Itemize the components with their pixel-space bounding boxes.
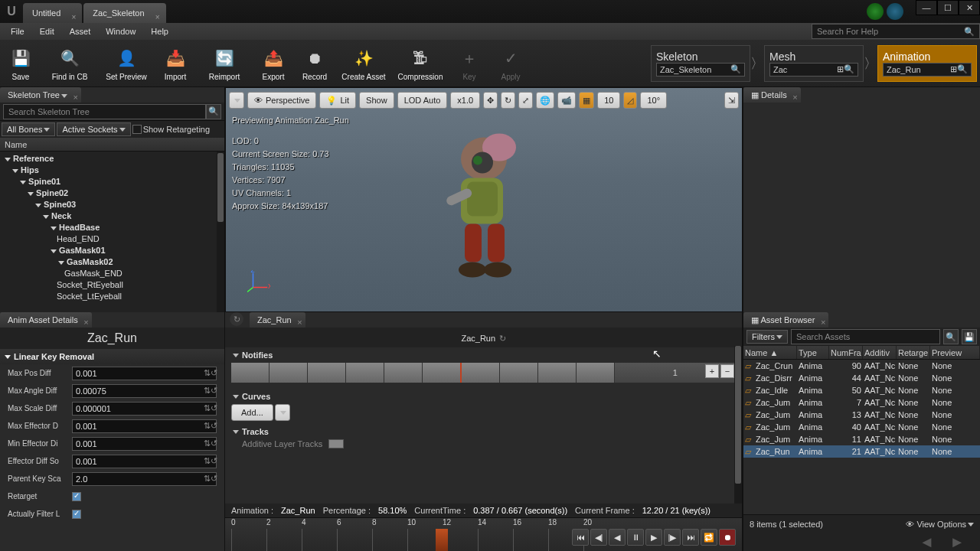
asset-search-input[interactable]: Search Assets: [791, 329, 940, 344]
tool-import[interactable]: 📥Import: [155, 41, 196, 86]
playhead[interactable]: [436, 529, 448, 551]
close-icon[interactable]: ×: [83, 315, 88, 330]
perspective-button[interactable]: 👁 Perspective: [247, 92, 316, 109]
bone-item[interactable]: Hips: [0, 165, 224, 176]
tab-animation[interactable]: Zac_Run×: [250, 312, 305, 328]
bone-item[interactable]: GasMask02: [0, 256, 224, 268]
skeleton-search-input[interactable]: Search Skeleton Tree: [3, 104, 206, 119]
timeline-ruler[interactable]: 02468101214161820 ⏮ ◀| ◀ ⏸ ▶ |▶ ⏭ 🔁 ⏺: [225, 517, 742, 551]
close-icon[interactable]: ×: [71, 8, 76, 28]
step-back-button[interactable]: ◀|: [590, 529, 607, 546]
to-start-button[interactable]: ⏮: [572, 529, 589, 546]
property-input[interactable]: 0.001⇅↺: [72, 367, 217, 380]
bone-item[interactable]: Spine02: [0, 187, 224, 199]
bone-item[interactable]: Reference: [0, 153, 224, 165]
viewport-expand-icon[interactable]: ⇲: [724, 92, 739, 109]
playback-speed[interactable]: x1.0: [450, 92, 480, 109]
viewport[interactable]: 👁 Perspective 💡 Lit Show LOD Auto x1.0 ✥…: [225, 87, 743, 312]
tool-apply[interactable]: ✓Apply: [490, 41, 531, 86]
asset-row[interactable]: ▱Zac_RunAnima21AAT_NcNoneNone: [743, 445, 980, 458]
asset-row[interactable]: ▱Zac_JumAnima40AAT_NcNoneNone: [743, 421, 980, 433]
maximize-button[interactable]: ☐: [937, 0, 959, 15]
tool-key[interactable]: ＋Key: [449, 41, 490, 86]
tab-skeleton-tree[interactable]: Skeleton Tree×: [0, 87, 81, 103]
show-retarget-checkbox[interactable]: [132, 125, 142, 134]
asset-row[interactable]: ▱Zac_JumAnima7AAT_NcNoneNone: [743, 396, 980, 409]
menu-asset[interactable]: Asset: [62, 23, 99, 40]
bone-item[interactable]: Neck: [0, 210, 224, 222]
document-tab-skeleton[interactable]: Zac_Skeleton×: [83, 3, 165, 23]
active-sockets-dropdown[interactable]: Active Sockets: [57, 122, 130, 136]
search-grid-icon[interactable]: ⊞🔍: [950, 64, 968, 74]
view-options-dropdown[interactable]: 👁 View Options: [906, 520, 974, 529]
close-icon[interactable]: ×: [821, 315, 825, 330]
close-icon[interactable]: ×: [792, 90, 797, 105]
property-input[interactable]: 0.000001⇅↺: [72, 402, 217, 416]
tool-compression[interactable]: 🗜Compression: [392, 41, 449, 86]
all-bones-dropdown[interactable]: All Bones: [2, 122, 55, 136]
step-forward-button[interactable]: |▶: [664, 529, 681, 546]
to-end-button[interactable]: ⏭: [682, 529, 699, 546]
spinner-icon[interactable]: ⇅↺: [204, 439, 213, 448]
asset-row[interactable]: ▱Zac_JumAnima11AAT_NcNoneNone: [743, 433, 980, 445]
notify-track[interactable]: 1 + −: [231, 363, 736, 383]
play-button[interactable]: ▶: [645, 529, 662, 546]
spinner-icon[interactable]: ⇅↺: [204, 474, 213, 484]
asset-list-header[interactable]: Name ▲ Type NumFra Additiv Retarge Previ…: [743, 346, 980, 360]
scale-tool-icon[interactable]: ⤢: [518, 92, 533, 109]
asset-list[interactable]: ▱Zac_CrunAnima90AAT_NcNoneNone▱Zac_Disrr…: [743, 360, 980, 514]
spinner-icon[interactable]: ⇅↺: [204, 421, 213, 431]
tool-find-in-cb[interactable]: 🔍Find in CB: [41, 41, 98, 86]
lit-button[interactable]: 💡 Lit: [319, 92, 356, 109]
bone-item[interactable]: GasMask_END: [0, 268, 224, 279]
angle-snap-value[interactable]: 10°: [640, 92, 667, 109]
close-icon[interactable]: ×: [73, 90, 77, 105]
property-input[interactable]: 0.001⇅↺: [72, 419, 217, 433]
grid-snap-value[interactable]: 10: [597, 92, 620, 109]
menu-help[interactable]: Help: [143, 23, 176, 40]
spinner-icon[interactable]: ⇅↺: [204, 368, 213, 378]
save-icon[interactable]: 💾: [962, 329, 977, 344]
viewport-options-dropdown[interactable]: [229, 92, 244, 109]
close-icon[interactable]: ×: [297, 315, 302, 330]
remove-notify-button[interactable]: −: [720, 364, 734, 378]
bone-item[interactable]: Head_END: [0, 233, 224, 245]
menu-file[interactable]: File: [3, 23, 32, 40]
persona-skeleton[interactable]: Skeleton Zac_Skeleton🔍: [651, 45, 750, 82]
property-input[interactable]: 0.001⇅↺: [72, 437, 217, 451]
curves-header[interactable]: Curves: [231, 392, 736, 401]
tab-details[interactable]: ▦ Details×: [743, 87, 801, 103]
close-button[interactable]: ✕: [959, 0, 980, 15]
property-input[interactable]: 0.001⇅↺: [72, 455, 217, 468]
angle-snap-icon[interactable]: ◿: [623, 92, 637, 109]
record-button[interactable]: ⏺: [719, 529, 736, 546]
move-tool-icon[interactable]: ✥: [483, 92, 498, 109]
camera-icon[interactable]: 📹: [557, 92, 576, 109]
tool-create-asset[interactable]: ✨Create Asset: [335, 41, 392, 86]
property-input[interactable]: 0.00075⇅↺: [72, 384, 217, 398]
persona-mesh[interactable]: Mesh Zac⊞🔍: [764, 45, 864, 82]
tool-set-preview[interactable]: 👤Set Preview: [98, 41, 155, 86]
bone-item[interactable]: Socket_RtEyeball: [0, 279, 224, 291]
spinner-icon[interactable]: ⇅↺: [204, 386, 213, 396]
property-input[interactable]: 2.0⇅↺: [72, 472, 217, 486]
property-checkbox[interactable]: [72, 492, 81, 501]
search-grid-icon[interactable]: ⊞🔍: [837, 64, 854, 74]
globe-icon[interactable]: 🌐: [536, 92, 554, 109]
add-curve-dropdown[interactable]: [275, 404, 290, 421]
source-control-icon[interactable]: [867, 3, 884, 20]
search-icon[interactable]: 🔍: [206, 104, 221, 119]
menu-window[interactable]: Window: [98, 23, 143, 40]
property-checkbox[interactable]: [72, 510, 81, 519]
bone-item[interactable]: HeadBase: [0, 222, 224, 233]
menu-edit[interactable]: Edit: [32, 23, 62, 40]
tool-export[interactable]: 📤Export: [253, 41, 294, 86]
add-notify-button[interactable]: +: [705, 364, 719, 378]
search-icon[interactable]: 🔍: [730, 64, 741, 74]
nav-forward-icon[interactable]: ►: [949, 533, 965, 551]
spinner-icon[interactable]: ⇅↺: [204, 403, 213, 413]
bone-item[interactable]: Spine01: [0, 176, 224, 187]
show-button[interactable]: Show: [359, 92, 394, 109]
marketplace-icon[interactable]: [887, 3, 903, 20]
tool-save[interactable]: 💾Save: [0, 41, 41, 86]
